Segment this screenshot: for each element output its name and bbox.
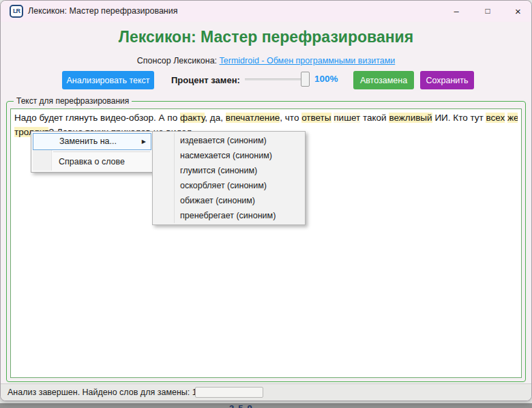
context-menu-item[interactable]: Заменить на...▶ <box>33 133 151 150</box>
autoreplace-button[interactable]: Автозамена <box>353 71 414 89</box>
percent-slider-thumb[interactable] <box>301 72 310 87</box>
text-segment: Надо будет глянуть видео-обзор. А по <box>14 113 180 123</box>
context-menu-item[interactable]: Справка о слове <box>33 154 151 171</box>
menu-item-label: Справка о слове <box>59 157 125 166</box>
groupbox-label: Текст для перефразирования <box>14 96 132 106</box>
highlighted-word[interactable]: всех <box>486 113 505 123</box>
save-button[interactable]: Сохранить <box>420 71 474 89</box>
menu-separator <box>53 151 150 152</box>
text-segment: , что <box>280 113 301 123</box>
sponsor-link[interactable]: Termidroid - Обмен программными визитами <box>220 56 396 65</box>
highlighted-word[interactable]: вежливый <box>389 113 432 123</box>
highlighted-word[interactable]: жестко <box>507 113 518 123</box>
submenu-item[interactable]: пренебрегает (синоним) <box>153 208 305 223</box>
close-button[interactable]: × <box>503 1 532 22</box>
submenu-item[interactable]: издевается (синоним) <box>153 133 305 148</box>
submenu-item[interactable]: насмехается (синоним) <box>153 148 305 163</box>
background-window-text: 359 <box>229 403 256 408</box>
progress-bar <box>195 387 263 398</box>
text-segment: , да, <box>205 113 225 123</box>
minimize-button[interactable]: – <box>441 1 472 22</box>
analyze-text-button[interactable]: Анализировать текст <box>62 71 154 89</box>
submenu-item[interactable]: обижает (синоним) <box>153 193 305 208</box>
page-title: Лексикон: Мастер перефразирования <box>1 28 531 46</box>
submenu-item[interactable]: глумится (синоним) <box>153 163 305 178</box>
maximize-button[interactable]: □ <box>472 1 503 22</box>
menu-item-label: Заменить на... <box>59 136 117 146</box>
status-bar: Анализ завершен. Найдено слов для замены… <box>1 383 531 400</box>
sponsor-line: Спонсор Лексикона: Termidroid - Обмен пр… <box>1 56 531 65</box>
window-titlebar: LR Лексикон: Мастер перефразирования – □… <box>1 1 531 22</box>
status-text: Анализ завершен. Найдено слов для замены… <box>8 388 202 397</box>
background-window-strip: 359 <box>0 403 532 408</box>
highlighted-word[interactable]: впечатление <box>226 113 280 123</box>
context-menu: Заменить на...▶Справка о слове <box>31 131 153 173</box>
text-segment: ИИ. Кто тут <box>432 113 486 123</box>
text-segment: такой <box>360 113 389 123</box>
percent-value: 100% <box>314 74 338 84</box>
app-logo-icon: LR <box>10 5 23 18</box>
highlighted-word[interactable]: пишет <box>334 113 360 123</box>
highlighted-word[interactable]: ответы <box>301 113 331 123</box>
percent-label: Процент замен: <box>171 75 240 85</box>
percent-slider-track[interactable] <box>245 78 310 81</box>
sponsor-label: Спонсор Лексикона: <box>137 56 217 65</box>
highlighted-word[interactable]: факту <box>180 113 205 123</box>
submenu-arrow-icon: ▶ <box>142 134 146 149</box>
submenu-item[interactable]: оскорбляет (синоним) <box>153 178 305 193</box>
window-title: Лексикон: Мастер перефразирования <box>28 6 178 16</box>
text-line: Надо будет глянуть видео-обзор. А по фак… <box>14 111 518 125</box>
synonym-submenu: издевается (синоним)насмехается (синоним… <box>152 131 306 225</box>
